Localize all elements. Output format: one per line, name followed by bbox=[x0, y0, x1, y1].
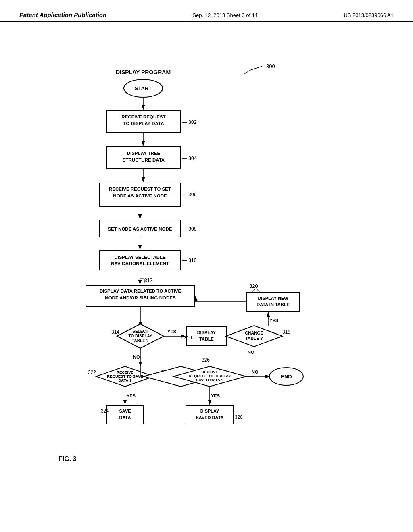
label-326-yes: YES bbox=[211, 393, 220, 398]
node-318-num: 318 bbox=[282, 329, 290, 335]
start-label: START bbox=[135, 85, 152, 91]
label-322-yes: YES bbox=[127, 393, 136, 398]
label-318-yes: YES bbox=[269, 318, 278, 323]
flowchart-svg: 300 DISPLAY PROGRAM START RECEIVE REQUES… bbox=[0, 22, 413, 505]
header: Patent Application Publication Sep. 12, … bbox=[0, 0, 413, 22]
node-312-arrow-num: 312 bbox=[144, 278, 152, 283]
node-308-num: — 308 bbox=[182, 226, 197, 232]
node-324-line1: SAVE bbox=[119, 409, 131, 414]
page: Patent Application Publication Sep. 12, … bbox=[0, 0, 413, 532]
node-320-line2: DATA IN TABLE bbox=[257, 302, 289, 307]
node-328-box bbox=[186, 405, 234, 424]
label-314-no: NO bbox=[133, 355, 140, 360]
node-314-line1: SELECT bbox=[132, 329, 148, 334]
diagram-title: DISPLAY PROGRAM bbox=[116, 69, 171, 75]
node-302-line1: RECEIVE REQUEST bbox=[121, 114, 165, 119]
node-304-line2: STRUCTURE DATA bbox=[123, 158, 165, 162]
node-316-line2: TABLE bbox=[199, 337, 214, 341]
node-326-line3: SAVED DATA ? bbox=[196, 378, 223, 382]
node-310-box bbox=[100, 251, 180, 270]
node-316-line1: DISPLAY bbox=[197, 330, 216, 335]
svg-line-16 bbox=[252, 289, 256, 292]
node-310-line1: DISPLAY SELECTABLE bbox=[114, 255, 166, 260]
node-320-num: 320 bbox=[249, 283, 258, 289]
node-324-box bbox=[107, 405, 143, 424]
node-314-line2: TO DISPLAY bbox=[129, 334, 152, 338]
node-322-line3: DATA ? bbox=[118, 378, 131, 382]
node-326-num: 326 bbox=[202, 357, 210, 363]
node-314-line3: TABLE ? bbox=[132, 339, 148, 343]
svg-line-15 bbox=[256, 289, 260, 293]
node-310-line2: NAVIGATIONAL ELEMENT bbox=[111, 261, 169, 266]
node-316-box bbox=[186, 327, 227, 345]
node-318-line2: TABLE ? bbox=[245, 336, 263, 341]
node-324-line2: DATA bbox=[119, 415, 131, 420]
diagram-area: 300 DISPLAY PROGRAM START RECEIVE REQUES… bbox=[0, 22, 413, 505]
node-312-line2: NODE AND/OR SIBLING NODES bbox=[105, 295, 176, 300]
label-318-no: NO bbox=[248, 350, 254, 355]
node-306-num: — 306 bbox=[182, 192, 197, 197]
node-310-num: — 310 bbox=[182, 258, 197, 263]
svg-line-2 bbox=[244, 70, 250, 74]
node-320-box bbox=[247, 293, 299, 311]
label-314-yes: YES bbox=[167, 329, 176, 334]
node-304-line1: DISPLAY TREE bbox=[127, 151, 161, 156]
node-306-line2: NODE AS ACTIVE NODE bbox=[113, 193, 167, 198]
end-label: END bbox=[281, 374, 292, 380]
node-314-num: 314 bbox=[111, 329, 119, 335]
label-326-no: NO bbox=[252, 370, 259, 374]
node-302-num: — 302 bbox=[182, 119, 197, 125]
node-324-num: 324 bbox=[101, 408, 109, 414]
node-312-line1: DISPLAY DATA RELATED TO ACTIVE bbox=[100, 289, 181, 293]
node-328-line1: DISPLAY bbox=[200, 409, 219, 414]
node-322-num: 322 bbox=[88, 370, 96, 375]
header-publication-label: Patent Application Publication bbox=[19, 11, 106, 18]
header-patent-number: US 2013/0239066 A1 bbox=[344, 12, 394, 18]
figure-label: FIG. 3 bbox=[58, 455, 77, 462]
node-302-line2: TO DISPLAY DATA bbox=[123, 121, 164, 126]
node-316-num: 316 bbox=[184, 335, 192, 341]
svg-line-1 bbox=[250, 66, 262, 70]
node-328-num: 328 bbox=[235, 414, 243, 420]
figure-number: 300 bbox=[266, 63, 275, 69]
node-304-num: — 304 bbox=[182, 156, 197, 161]
node-318-line1: CHANGE bbox=[245, 330, 263, 335]
node-320-line1: DISPLAY NEW bbox=[258, 296, 288, 301]
header-date-sheet: Sep. 12, 2013 Sheet 3 of 11 bbox=[192, 12, 258, 18]
node-306-line1: RECEIVE REQUEST TO SET bbox=[109, 187, 171, 191]
node-308-label: SET NODE AS ACTIVE NODE bbox=[108, 227, 172, 231]
node-328-line2: SAVED DATA bbox=[196, 415, 223, 420]
